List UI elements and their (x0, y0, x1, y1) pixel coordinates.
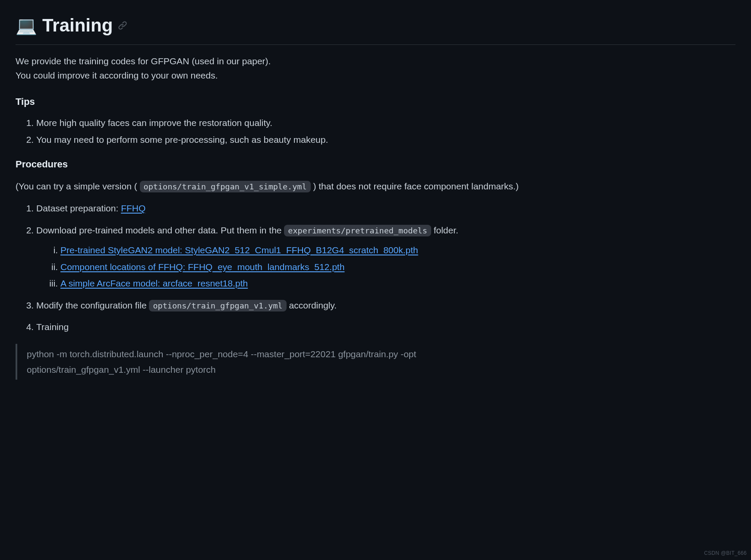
pretrained-sublist: Pre-trained StyleGAN2 model: StyleGAN2_5… (36, 243, 735, 291)
step1-pre: Dataset preparation: (36, 203, 121, 213)
list-item: Training (36, 320, 735, 334)
ffhq-landmarks-link[interactable]: Component locations of FFHQ: FFHQ_eye_mo… (60, 262, 344, 272)
arcface-link[interactable]: A simple ArcFace model: arcface_resnet18… (60, 278, 248, 288)
readme-section: 💻 Training We provide the training codes… (0, 0, 751, 390)
procedures-list: Dataset preparation: FFHQ Download pre-t… (16, 201, 735, 334)
step2-pre: Download pre-trained models and other da… (36, 225, 284, 235)
anchor-link-icon[interactable] (118, 21, 127, 30)
list-item: Modify the configuration file options/tr… (36, 299, 735, 313)
intro-line-1: We provide the training codes for GFPGAN… (16, 56, 271, 66)
step3-code: options/train_gfpgan_v1.yml (149, 300, 286, 311)
stylegan2-link[interactable]: Pre-trained StyleGAN2 model: StyleGAN2_5… (60, 245, 418, 255)
intro-paragraph: We provide the training codes for GFPGAN… (16, 54, 735, 82)
section-heading: 💻 Training (16, 11, 735, 45)
step4-text: Training (36, 322, 69, 332)
laptop-icon: 💻 (16, 17, 37, 34)
list-item: Download pre-trained models and other da… (36, 223, 735, 291)
cmd-line-2: options/train_gfpgan_v1.yml --launcher p… (27, 365, 216, 374)
note-post: ) that does not require face component l… (313, 181, 518, 191)
list-item: A simple ArcFace model: arcface_resnet18… (60, 277, 735, 291)
cmd-line-1: python -m torch.distributed.launch --npr… (27, 349, 416, 359)
step2-post: folder. (431, 225, 458, 235)
step3-pre: Modify the configuration file (36, 300, 149, 310)
list-item: Pre-trained StyleGAN2 model: StyleGAN2_5… (60, 243, 735, 258)
list-item: Component locations of FFHQ: FFHQ_eye_mo… (60, 260, 735, 274)
step2-code: experiments/pretrained_models (284, 225, 431, 236)
note-pre: (You can try a simple version ( (16, 181, 137, 191)
tips-heading: Tips (16, 94, 735, 109)
procedures-heading: Procedures (16, 157, 735, 172)
section-title-text: Training (42, 11, 113, 39)
list-item: More high quality faces can improve the … (36, 116, 735, 130)
list-item: You may need to perform some pre-process… (36, 133, 735, 147)
step3-post: accordingly. (287, 300, 337, 310)
intro-line-2: You could improve it according to your o… (16, 70, 218, 80)
tips-list: More high quality faces can improve the … (16, 116, 735, 147)
list-item: Dataset preparation: FFHQ (36, 201, 735, 216)
training-command-block: python -m torch.distributed.launch --npr… (16, 344, 735, 380)
procedures-note: (You can try a simple version ( options/… (16, 179, 735, 194)
ffhq-link[interactable]: FFHQ (121, 203, 145, 213)
note-code: options/train_gfpgan_v1_simple.yml (140, 181, 311, 192)
